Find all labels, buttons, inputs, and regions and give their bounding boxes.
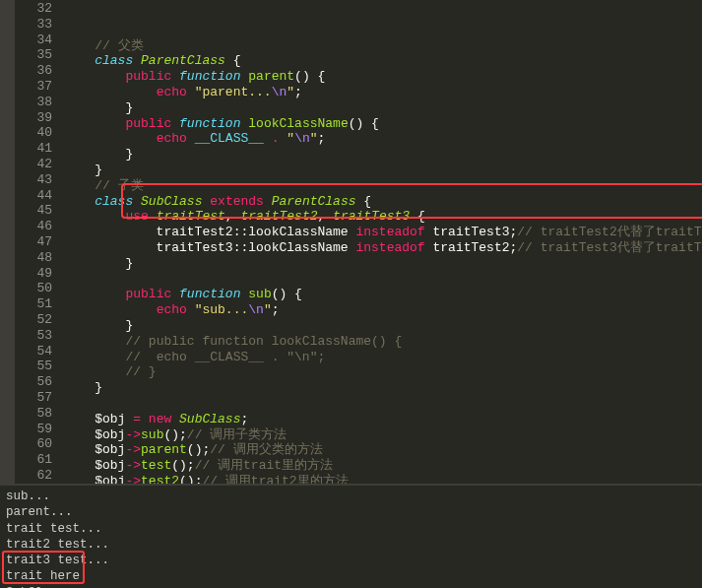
- line-number: 52: [19, 311, 52, 327]
- code-line[interactable]: use traitTest, traitTest2, traitTest3 {: [64, 208, 702, 224]
- line-number: 49: [19, 265, 52, 281]
- code-line[interactable]: class ParentClass {: [64, 52, 702, 68]
- code-line[interactable]: traitTest2::lookClassName insteadof trai…: [64, 224, 702, 239]
- line-number: 55: [19, 358, 52, 373]
- line-number: 42: [19, 156, 52, 171]
- line-number: 51: [19, 295, 52, 311]
- line-number: 44: [19, 187, 52, 203]
- line-number: 46: [19, 218, 52, 233]
- code-line[interactable]: // public function lookClassName() {: [64, 333, 702, 349]
- output-line: parent...: [6, 504, 696, 520]
- line-number: 48: [19, 249, 52, 265]
- line-number: 43: [19, 171, 52, 187]
- line-number: 35: [19, 46, 52, 62]
- code-line[interactable]: $obj = new SubClass;: [64, 411, 702, 426]
- code-line[interactable]: $obj->test2();// 调用trait2里的方法: [64, 473, 702, 484]
- line-number: 41: [19, 140, 52, 156]
- code-line[interactable]: class SubClass extends ParentClass {: [64, 193, 702, 209]
- output-line: sub...: [6, 489, 696, 504]
- line-number: 56: [19, 373, 52, 389]
- code-line[interactable]: // 子类: [64, 177, 702, 193]
- line-number-gutter: 3233343536373839404142434445464748495051…: [15, 0, 62, 484]
- line-number: 58: [19, 405, 52, 421]
- output-line: trait2 test...: [6, 537, 696, 553]
- code-line[interactable]: echo __CLASS__ . "\n";: [64, 130, 702, 146]
- line-number: 62: [19, 467, 52, 483]
- code-line[interactable]: // }: [64, 363, 702, 379]
- line-number: 36: [19, 62, 52, 78]
- code-line[interactable]: // 父类: [64, 37, 702, 53]
- line-number: 34: [19, 32, 52, 47]
- code-line[interactable]: traitTest3::lookClassName insteadof trai…: [64, 239, 702, 255]
- line-number: 37: [19, 78, 52, 94]
- code-line[interactable]: [64, 395, 702, 411]
- line-number: 50: [19, 280, 52, 295]
- code-line[interactable]: }: [64, 317, 702, 333]
- code-line[interactable]: [64, 271, 702, 287]
- line-number: 53: [19, 327, 52, 343]
- code-line[interactable]: $obj->test();// 调用trait里的方法: [64, 457, 702, 473]
- line-number: 54: [19, 343, 52, 359]
- line-number: 45: [19, 202, 52, 218]
- code-line[interactable]: // echo __CLASS__ . "\n";: [64, 349, 702, 364]
- code-line[interactable]: echo "parent...\n";: [64, 84, 702, 99]
- code-line[interactable]: $obj->sub();// 调用子类方法: [64, 426, 702, 442]
- line-number: 33: [19, 16, 52, 32]
- code-line[interactable]: }: [64, 379, 702, 395]
- code-line[interactable]: public function sub() {: [64, 286, 702, 301]
- output-line: trait3 test...: [6, 553, 696, 568]
- line-number: 61: [19, 451, 52, 467]
- code-editor[interactable]: 3233343536373839404142434445464748495051…: [0, 0, 702, 484]
- output-line: SubClass: [6, 585, 696, 589]
- code-line[interactable]: }: [64, 99, 702, 115]
- output-line: trait test...: [6, 521, 696, 537]
- line-number: 39: [19, 109, 52, 125]
- line-number: 38: [19, 94, 52, 109]
- code-content[interactable]: // 父类 class ParentClass { public functio…: [62, 0, 702, 484]
- code-line[interactable]: }: [64, 146, 702, 162]
- code-line[interactable]: }: [64, 255, 702, 271]
- code-line[interactable]: }: [64, 162, 702, 177]
- code-line[interactable]: $obj->parent();// 调用父类的方法: [64, 441, 702, 457]
- line-number: 40: [19, 124, 52, 140]
- output-panel: sub...parent...trait test...trait2 test.…: [0, 484, 702, 586]
- output-line: trait here: [6, 568, 696, 584]
- line-number: 47: [19, 233, 52, 249]
- code-line[interactable]: public function parent() {: [64, 68, 702, 84]
- line-number: 60: [19, 435, 52, 451]
- line-number: 32: [19, 0, 52, 16]
- line-number: 59: [19, 421, 52, 436]
- code-line[interactable]: public function lookClassName() {: [64, 115, 702, 131]
- line-number: 57: [19, 389, 52, 405]
- code-line[interactable]: echo "sub...\n";: [64, 301, 702, 317]
